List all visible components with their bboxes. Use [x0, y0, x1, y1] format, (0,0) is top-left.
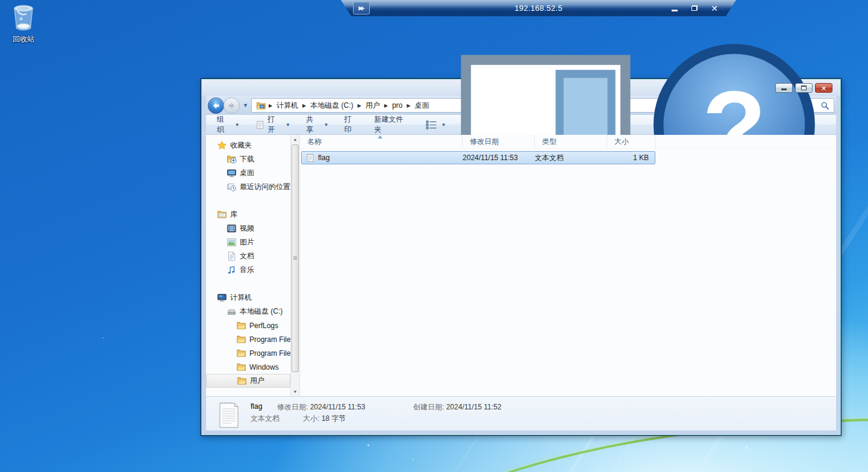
breadcrumb-separator-icon: ▶: [268, 103, 273, 108]
sidebar-item-label: 库: [230, 210, 237, 220]
toolbar-item[interactable]: 打开▼: [255, 114, 290, 135]
minimize-icon: [781, 88, 787, 90]
folder-icon: [236, 334, 246, 344]
toolbar-item[interactable]: 共享▼: [306, 114, 329, 135]
sidebar-item[interactable]: 收藏夹: [206, 138, 290, 152]
notepad-icon: [255, 120, 265, 129]
sidebar-item-label: 音乐: [240, 265, 254, 275]
download-folder-icon: [226, 154, 237, 164]
star-icon: [217, 140, 227, 151]
recycle-bin-label: 回收站: [5, 34, 42, 45]
scrollbar-thumb[interactable]: [292, 144, 299, 372]
sidebar-scrollbar[interactable]: ▲ ▼: [290, 135, 300, 396]
breadcrumb-separator-icon: ▶: [302, 103, 307, 108]
folder-icon: [237, 376, 247, 386]
sidebar-item[interactable]: Program Files: [206, 332, 290, 346]
rdp-minimize-button[interactable]: [670, 4, 679, 13]
details-pane: flag 文本文档 修改日期: 2024/11/15 11:53 创建日期: 2…: [206, 396, 836, 430]
sidebar-item[interactable]: 计算机: [206, 291, 290, 305]
sparkle: [367, 444, 369, 446]
sidebar-item-label: 计算机: [230, 293, 252, 303]
details-file-type: 文本文档: [251, 414, 279, 424]
sidebar-item[interactable]: 视频: [206, 222, 290, 235]
details-file-name: flag: [251, 402, 262, 411]
sidebar-item[interactable]: 文档: [206, 249, 290, 263]
breadcrumb-separator-icon: ▶: [357, 103, 362, 108]
breadcrumb-segment[interactable]: 计算机: [273, 99, 302, 113]
sort-ascending-icon: [378, 135, 382, 138]
rdp-restore-button[interactable]: [690, 4, 699, 13]
scroll-up-icon[interactable]: ▲: [291, 135, 299, 144]
breadcrumb-segment[interactable]: 用户: [362, 99, 384, 113]
rdp-close-button[interactable]: ✕: [710, 4, 719, 13]
sidebar-item[interactable]: 本地磁盘 (C:): [206, 305, 290, 318]
libraries-icon: [217, 210, 227, 220]
navigation-pane: 收藏夹下载桌面最近访问的位置库视频图片文档音乐计算机本地磁盘 (C:)PerfL…: [206, 135, 290, 396]
music-icon: [226, 265, 237, 275]
back-arrow-icon: [211, 101, 220, 110]
sidebar-item[interactable]: 图片: [206, 235, 290, 249]
sidebar-item[interactable]: 音乐: [206, 263, 290, 277]
sidebar-item[interactable]: 用户: [206, 374, 290, 388]
pictures-icon: [226, 237, 237, 247]
sidebar-item[interactable]: PerfLogs: [206, 318, 290, 332]
breadcrumb-segment[interactable]: 本地磁盘 (C:): [307, 99, 357, 113]
window-maximize-button[interactable]: [795, 83, 813, 93]
command-toolbar: 组织▼打开▼共享▼打印新建文件夹 ▼ ?: [206, 115, 836, 135]
recent-pages-dropdown[interactable]: ▼: [243, 102, 248, 108]
column-header[interactable]: 大小: [607, 135, 655, 148]
sidebar-item-label: Windows: [249, 363, 279, 371]
column-headers: 名称修改日期类型大小: [300, 135, 836, 149]
sidebar-item[interactable]: Windows: [206, 360, 290, 374]
breadcrumb-segment[interactable]: pro: [389, 99, 406, 111]
sidebar-item[interactable]: 桌面: [206, 166, 290, 180]
sidebar-item[interactable]: 库: [206, 208, 290, 222]
sidebar-item[interactable]: 下载: [206, 152, 290, 166]
column-header[interactable]: 修改日期: [463, 135, 535, 148]
sidebar-item-label: 最近访问的位置: [240, 182, 290, 192]
sidebar-item[interactable]: Program Files: [206, 346, 290, 360]
details-created: 创建日期: 2024/11/15 11:52: [413, 402, 501, 412]
view-list-icon: [426, 120, 437, 129]
rdp-connection-bar: 192.168.52.5 ✕: [341, 0, 736, 16]
sidebar-item-label: 用户: [250, 376, 264, 386]
window-minimize-button[interactable]: [775, 83, 793, 93]
folder-icon: [236, 320, 246, 331]
toolbar-item[interactable]: 组织▼: [217, 114, 240, 135]
back-button[interactable]: [208, 98, 224, 114]
sidebar-item[interactable]: 最近访问的位置: [206, 180, 290, 194]
forward-button[interactable]: [223, 98, 240, 114]
disk-icon: [226, 306, 237, 317]
sidebar-item-label: 桌面: [240, 168, 254, 178]
toolbar-item[interactable]: 新建文件夹: [374, 114, 410, 135]
sparkle: [746, 447, 748, 449]
breadcrumb: ▶计算机▶本地磁盘 (C:)▶用户▶pro▶桌面: [268, 99, 432, 113]
file-rows: flag2024/11/15 11:53文本文档1 KB: [300, 149, 836, 396]
chevron-down-icon: ▼: [324, 122, 329, 128]
videos-icon: [226, 223, 237, 234]
sidebar-item-label: 下载: [240, 154, 254, 164]
change-view-button[interactable]: ▼: [426, 120, 446, 129]
toolbar-item-label: 新建文件夹: [374, 114, 410, 135]
file-size: 1 KB: [607, 154, 655, 162]
sidebar-item-label: Program Files: [249, 335, 290, 344]
recycle-bin[interactable]: 回收站: [5, 3, 42, 45]
scroll-down-icon[interactable]: ▼: [291, 387, 299, 396]
documents-icon: [226, 251, 237, 261]
toolbar-item-label: 组织: [217, 114, 231, 135]
window-close-button[interactable]: ×: [815, 83, 832, 93]
file-modified-date: 2024/11/15 11:53: [463, 154, 535, 162]
recycle-bin-icon[interactable]: [10, 3, 37, 33]
toolbar-item[interactable]: 打印: [344, 114, 358, 135]
chevron-down-icon: ▼: [442, 122, 446, 128]
sidebar-item-label: 文档: [240, 251, 254, 261]
toolbar-item-label: 共享: [306, 114, 320, 135]
breadcrumb-separator-icon: ▶: [384, 103, 389, 108]
file-row[interactable]: flag2024/11/15 11:53文本文档1 KB: [301, 151, 655, 164]
computer-icon: [217, 293, 227, 303]
column-header[interactable]: 类型: [535, 135, 607, 148]
sidebar-item-label: PerfLogs: [249, 321, 278, 330]
close-icon: ×: [822, 84, 826, 92]
sidebar-item-label: 收藏夹: [230, 140, 252, 151]
chevron-down-icon: ▼: [286, 122, 290, 128]
